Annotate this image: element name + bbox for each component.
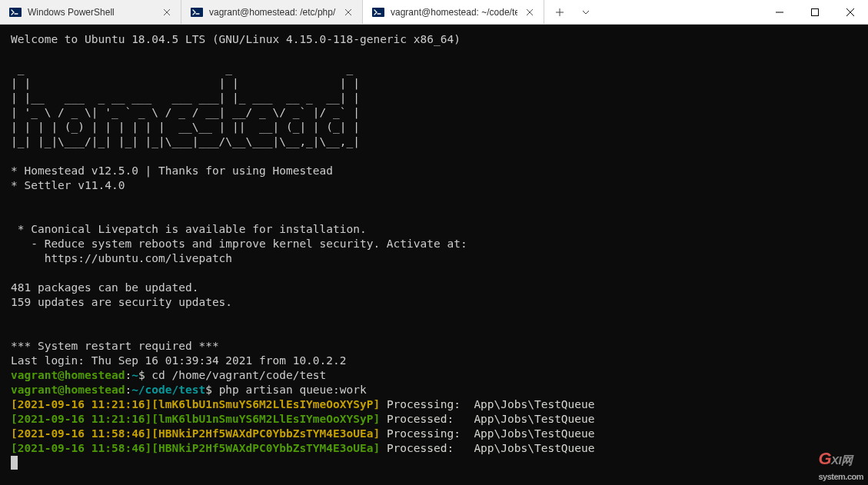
- queue-job: App\Jobs\TestQueue: [474, 427, 594, 440]
- prompt-path: ~: [131, 369, 138, 381]
- window-controls: [762, 0, 868, 24]
- svg-rect-2: [372, 8, 384, 17]
- prompt-dollar: $: [205, 384, 218, 396]
- queue-status-processed: Processed:: [387, 413, 461, 425]
- minimize-button[interactable]: [762, 0, 797, 24]
- motd-restart: *** System restart required ***: [11, 340, 219, 352]
- svg-rect-1: [191, 8, 203, 17]
- prompt-path: ~/code/test: [131, 384, 205, 396]
- motd-packages: 481 packages can be updated.: [11, 281, 198, 294]
- prompt-user: vagrant@homestead: [11, 369, 125, 381]
- close-icon[interactable]: [524, 6, 536, 18]
- tabbar-actions: [544, 0, 601, 24]
- prompt-colon: :: [125, 369, 131, 381]
- ascii-art-line: _ _ _: [11, 62, 353, 75]
- motd-settler-version: * Settler v11.4.0: [11, 179, 125, 191]
- tab-code-test[interactable]: vagrant@homestead: ~/code/te: [363, 0, 544, 24]
- powershell-icon: [9, 6, 22, 18]
- motd-security: 159 updates are security updates.: [11, 296, 232, 308]
- queue-timestamp: [2021-09-16 11:58:46][HBNkiP2Hf5WAXdPC0Y…: [11, 442, 380, 454]
- command-artisan: php artisan queue:work: [219, 384, 367, 396]
- tab-etc-php[interactable]: vagrant@homestead: /etc/php/: [181, 0, 363, 24]
- queue-job: App\Jobs\TestQueue: [474, 413, 594, 425]
- powershell-icon: [372, 6, 384, 18]
- motd-livepatch: - Reduce system reboots and improve kern…: [11, 238, 467, 250]
- ascii-art-line: | '_ \ / _ \| '_ ` _ \ / _ / __| __/ _ \…: [11, 106, 360, 118]
- cursor: [11, 456, 18, 470]
- tab-strip: Windows PowerShell vagrant@homestead: /e…: [0, 0, 762, 24]
- tab-title: Windows PowerShell: [28, 7, 155, 18]
- ascii-art-line: | | | | (_) | | | | | | __\__ | || __| (…: [11, 121, 360, 133]
- queue-timestamp: [2021-09-16 11:21:16][lmK6lbU1nSmuYS6M2L…: [11, 413, 380, 425]
- tab-powershell[interactable]: Windows PowerShell: [0, 0, 181, 24]
- queue-status-processing: Processing:: [387, 427, 461, 440]
- ascii-art-line: | |__ ___ _ __ ___ ___ ___| |_ ___ __ _ …: [11, 91, 360, 104]
- maximize-button[interactable]: [797, 0, 833, 24]
- powershell-icon: [191, 6, 203, 18]
- terminal-output[interactable]: Welcome to Ubuntu 18.04.5 LTS (GNU/Linux…: [0, 25, 868, 485]
- queue-status-processed: Processed:: [387, 442, 461, 454]
- motd-livepatch: * Canonical Livepatch is available for i…: [11, 223, 367, 235]
- close-icon[interactable]: [342, 6, 354, 18]
- prompt-user: vagrant@homestead: [11, 384, 125, 396]
- queue-job: App\Jobs\TestQueue: [474, 398, 594, 410]
- motd-welcome: Welcome to Ubuntu 18.04.5 LTS (GNU/Linux…: [11, 33, 461, 45]
- ascii-art-line: | | | | | |: [11, 77, 360, 89]
- prompt-colon: :: [125, 384, 131, 396]
- queue-status-processing: Processing:: [387, 398, 461, 410]
- svg-rect-0: [9, 8, 22, 17]
- tab-title: vagrant@homestead: ~/code/te: [391, 7, 517, 18]
- last-login: Last login: Thu Sep 16 01:39:34 2021 fro…: [11, 354, 347, 367]
- close-icon[interactable]: [161, 6, 173, 18]
- command-cd: cd /home/vagrant/code/test: [151, 369, 326, 381]
- titlebar: Windows PowerShell vagrant@homestead: /e…: [0, 0, 868, 25]
- queue-job: App\Jobs\TestQueue: [474, 442, 594, 454]
- svg-rect-3: [812, 8, 819, 15]
- motd-homestead-version: * Homestead v12.5.0 | Thanks for using H…: [11, 164, 333, 177]
- new-tab-button[interactable]: [549, 0, 570, 24]
- tab-title: vagrant@homestead: /etc/php/: [209, 7, 336, 18]
- dropdown-button[interactable]: [575, 0, 597, 24]
- ascii-art-line: |_| |_|\___/|_| |_| |_|\___|___/\__\___|…: [11, 135, 360, 148]
- prompt-dollar: $: [138, 369, 151, 381]
- queue-timestamp: [2021-09-16 11:58:46][HBNkiP2Hf5WAXdPC0Y…: [11, 427, 380, 440]
- motd-livepatch: https://ubuntu.com/livepatch: [11, 252, 232, 264]
- queue-timestamp: [2021-09-16 11:21:16][lmK6lbU1nSmuYS6M2L…: [11, 398, 380, 410]
- close-window-button[interactable]: [833, 0, 868, 24]
